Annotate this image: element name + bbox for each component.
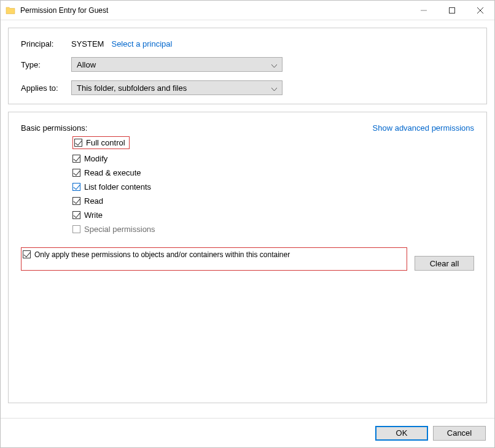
permission-full-control: Full control — [72, 136, 474, 149]
type-select[interactable]: Allow — [71, 57, 283, 72]
permission-special: Special permissions — [72, 225, 474, 234]
applies-to-row: Applies to: This folder, subfolders and … — [21, 80, 474, 95]
permission-write: Write — [72, 210, 474, 220]
read-execute-checkbox[interactable] — [72, 169, 80, 177]
close-button[interactable] — [466, 1, 494, 20]
list-folder-contents-checkbox[interactable] — [72, 183, 80, 191]
applies-to-select[interactable]: This folder, subfolders and files — [71, 80, 283, 95]
clear-all-button[interactable]: Clear all — [415, 256, 474, 271]
ok-button[interactable]: OK — [375, 426, 428, 441]
permission-label: Read — [84, 196, 103, 206]
show-advanced-permissions-link[interactable]: Show advanced permissions — [373, 123, 474, 133]
type-row: Type: Allow — [21, 57, 474, 72]
principal-panel: Principal: SYSTEM Select a principal Typ… — [8, 28, 487, 104]
permission-modify: Modify — [72, 154, 474, 163]
special-permissions-checkbox — [72, 225, 80, 233]
permission-label: Special permissions — [84, 225, 155, 234]
type-label: Type: — [21, 60, 71, 69]
dialog-footer: OK Cancel — [1, 418, 494, 447]
applies-to-label: Applies to: — [21, 83, 71, 93]
apply-only-checkbox[interactable] — [23, 250, 31, 258]
cancel-button[interactable]: Cancel — [433, 426, 486, 441]
content-area: Principal: SYSTEM Select a principal Typ… — [1, 20, 494, 418]
write-checkbox[interactable] — [72, 211, 80, 219]
permission-label: Read & execute — [84, 168, 141, 177]
minimize-button[interactable] — [410, 1, 438, 20]
type-select-value: Allow — [77, 60, 96, 69]
titlebar: Permission Entry for Guest — [1, 1, 494, 20]
full-control-checkbox[interactable] — [74, 139, 82, 147]
select-principal-link[interactable]: Select a principal — [111, 39, 172, 48]
apply-only-label: Only apply these permissions to objects … — [34, 250, 290, 259]
chevron-down-icon — [271, 83, 277, 93]
principal-label: Principal: — [21, 39, 71, 48]
permission-read: Read — [72, 196, 474, 206]
svg-rect-1 — [450, 7, 455, 13]
maximize-button[interactable] — [438, 1, 466, 20]
applies-to-select-value: This folder, subfolders and files — [77, 83, 187, 93]
folder-icon — [6, 6, 15, 15]
window-title: Permission Entry for Guest — [20, 6, 410, 15]
basic-permissions-label: Basic permissions: — [21, 123, 87, 133]
permission-label: Modify — [84, 154, 107, 163]
permission-label: List folder contents — [84, 182, 151, 191]
permission-list-folder-contents: List folder contents — [72, 182, 474, 191]
permissions-panel: Basic permissions: Show advanced permiss… — [8, 112, 487, 403]
apply-only-row: Only apply these permissions to objects … — [21, 247, 474, 271]
modify-checkbox[interactable] — [72, 155, 80, 163]
permission-label: Write — [84, 210, 103, 220]
principal-row: Principal: SYSTEM Select a principal — [21, 39, 474, 48]
window-controls — [410, 1, 494, 20]
permission-read-execute: Read & execute — [72, 168, 474, 177]
chevron-down-icon — [271, 60, 277, 69]
read-checkbox[interactable] — [72, 197, 80, 205]
permissions-list: Full control Modify Read & execute List … — [72, 136, 474, 234]
principal-value: SYSTEM — [71, 39, 104, 48]
permission-label: Full control — [86, 138, 125, 147]
